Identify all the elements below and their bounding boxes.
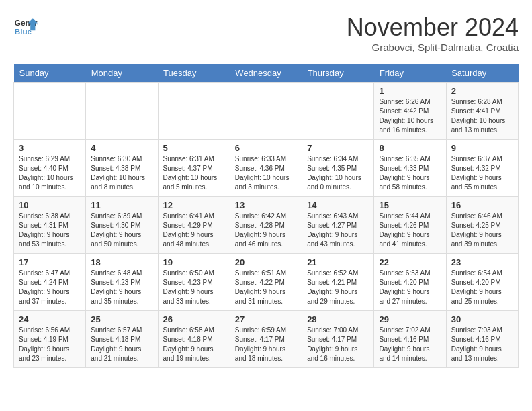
day-number: 28 [307,314,369,324]
day-info: Sunrise: 6:57 AM Sunset: 4:18 PM Dayligh… [91,326,152,363]
weekday-header-thursday: Thursday [302,64,374,83]
day-info: Sunrise: 6:59 AM Sunset: 4:17 PM Dayligh… [235,326,297,363]
calendar-cell: 14Sunrise: 6:43 AM Sunset: 4:27 PM Dayli… [302,197,374,254]
day-number: 7 [307,143,369,153]
day-number: 15 [379,200,441,210]
day-number: 13 [235,200,297,210]
day-info: Sunrise: 6:53 AM Sunset: 4:20 PM Dayligh… [379,269,441,306]
calendar-cell: 12Sunrise: 6:41 AM Sunset: 4:29 PM Dayli… [158,197,230,254]
day-number: 30 [451,314,513,324]
day-info: Sunrise: 6:58 AM Sunset: 4:18 PM Dayligh… [163,326,225,363]
location-subtitle: Grabovci, Split-Dalmatia, Croatia [347,42,519,53]
day-info: Sunrise: 6:46 AM Sunset: 4:25 PM Dayligh… [451,212,513,249]
calendar-table: SundayMondayTuesdayWednesdayThursdayFrid… [13,64,519,368]
day-info: Sunrise: 6:52 AM Sunset: 4:21 PM Dayligh… [307,269,369,306]
weekday-header-saturday: Saturday [446,64,518,83]
day-number: 5 [163,143,225,153]
day-number: 21 [307,257,369,267]
calendar-cell: 1Sunrise: 6:26 AM Sunset: 4:42 PM Daylig… [374,83,446,140]
day-number: 20 [235,257,297,267]
day-number: 17 [19,257,81,267]
calendar-cell: 8Sunrise: 6:35 AM Sunset: 4:33 PM Daylig… [374,140,446,197]
calendar-cell: 15Sunrise: 6:44 AM Sunset: 4:26 PM Dayli… [374,197,446,254]
day-info: Sunrise: 7:00 AM Sunset: 4:17 PM Dayligh… [307,326,369,363]
calendar-cell: 27Sunrise: 6:59 AM Sunset: 4:17 PM Dayli… [230,311,302,368]
svg-text:Blue: Blue [15,27,32,36]
calendar-cell: 28Sunrise: 7:00 AM Sunset: 4:17 PM Dayli… [302,311,374,368]
calendar-cell: 23Sunrise: 6:54 AM Sunset: 4:20 PM Dayli… [446,254,518,311]
day-info: Sunrise: 6:56 AM Sunset: 4:19 PM Dayligh… [19,326,81,363]
day-info: Sunrise: 6:50 AM Sunset: 4:23 PM Dayligh… [163,269,225,306]
day-number: 2 [451,86,513,96]
day-info: Sunrise: 6:34 AM Sunset: 4:35 PM Dayligh… [307,154,369,192]
day-number: 26 [163,314,225,324]
day-info: Sunrise: 6:28 AM Sunset: 4:41 PM Dayligh… [451,97,513,135]
calendar-cell: 9Sunrise: 6:37 AM Sunset: 4:32 PM Daylig… [446,140,518,197]
logo: General Blue [13,13,38,38]
weekday-header-wednesday: Wednesday [230,64,302,83]
day-info: Sunrise: 6:42 AM Sunset: 4:28 PM Dayligh… [235,212,297,249]
calendar-cell: 7Sunrise: 6:34 AM Sunset: 4:35 PM Daylig… [302,140,374,197]
day-info: Sunrise: 6:35 AM Sunset: 4:33 PM Dayligh… [379,154,441,192]
day-info: Sunrise: 6:54 AM Sunset: 4:20 PM Dayligh… [451,269,513,306]
title-block: November 2024 Grabovci, Split-Dalmatia, … [347,13,519,53]
calendar-week-2: 3Sunrise: 6:29 AM Sunset: 4:40 PM Daylig… [14,140,519,197]
day-info: Sunrise: 6:51 AM Sunset: 4:22 PM Dayligh… [235,269,297,306]
page-header: General Blue November 2024 Grabovci, Spl… [13,13,519,53]
day-info: Sunrise: 6:33 AM Sunset: 4:36 PM Dayligh… [235,154,297,192]
day-info: Sunrise: 7:03 AM Sunset: 4:16 PM Dayligh… [451,326,513,363]
day-number: 11 [91,200,152,210]
day-info: Sunrise: 6:47 AM Sunset: 4:24 PM Dayligh… [19,269,81,306]
calendar-cell [230,83,302,140]
day-number: 1 [379,86,441,96]
calendar-cell: 30Sunrise: 7:03 AM Sunset: 4:16 PM Dayli… [446,311,518,368]
day-number: 6 [235,143,297,153]
day-number: 8 [379,143,441,153]
calendar-cell [302,83,374,140]
day-number: 22 [379,257,441,267]
calendar-cell: 6Sunrise: 6:33 AM Sunset: 4:36 PM Daylig… [230,140,302,197]
calendar-cell: 20Sunrise: 6:51 AM Sunset: 4:22 PM Dayli… [230,254,302,311]
calendar-cell: 13Sunrise: 6:42 AM Sunset: 4:28 PM Dayli… [230,197,302,254]
logo-icon: General Blue [13,13,38,38]
calendar-cell [86,83,158,140]
calendar-cell: 4Sunrise: 6:30 AM Sunset: 4:38 PM Daylig… [86,140,158,197]
weekday-header-monday: Monday [86,64,158,83]
day-number: 14 [307,200,369,210]
weekday-header-friday: Friday [374,64,446,83]
day-number: 24 [19,314,81,324]
day-number: 18 [91,257,152,267]
calendar-cell: 16Sunrise: 6:46 AM Sunset: 4:25 PM Dayli… [446,197,518,254]
day-number: 12 [163,200,225,210]
calendar-cell: 21Sunrise: 6:52 AM Sunset: 4:21 PM Dayli… [302,254,374,311]
calendar-cell: 10Sunrise: 6:38 AM Sunset: 4:31 PM Dayli… [14,197,86,254]
day-info: Sunrise: 6:44 AM Sunset: 4:26 PM Dayligh… [379,212,441,249]
day-info: Sunrise: 7:02 AM Sunset: 4:16 PM Dayligh… [379,326,441,363]
calendar-cell: 25Sunrise: 6:57 AM Sunset: 4:18 PM Dayli… [86,311,158,368]
day-info: Sunrise: 6:48 AM Sunset: 4:23 PM Dayligh… [91,269,152,306]
day-info: Sunrise: 6:37 AM Sunset: 4:32 PM Dayligh… [451,154,513,192]
calendar-week-4: 17Sunrise: 6:47 AM Sunset: 4:24 PM Dayli… [14,254,519,311]
day-number: 27 [235,314,297,324]
day-number: 16 [451,200,513,210]
day-number: 23 [451,257,513,267]
day-info: Sunrise: 6:30 AM Sunset: 4:38 PM Dayligh… [91,154,152,192]
day-info: Sunrise: 6:39 AM Sunset: 4:30 PM Dayligh… [91,212,152,249]
day-info: Sunrise: 6:43 AM Sunset: 4:27 PM Dayligh… [307,212,369,249]
calendar-cell: 3Sunrise: 6:29 AM Sunset: 4:40 PM Daylig… [14,140,86,197]
day-number: 3 [19,143,81,153]
weekday-header-sunday: Sunday [14,64,86,83]
day-number: 10 [19,200,81,210]
calendar-cell: 11Sunrise: 6:39 AM Sunset: 4:30 PM Dayli… [86,197,158,254]
calendar-cell [14,83,86,140]
day-number: 19 [163,257,225,267]
calendar-cell: 17Sunrise: 6:47 AM Sunset: 4:24 PM Dayli… [14,254,86,311]
day-number: 29 [379,314,441,324]
calendar-week-1: 1Sunrise: 6:26 AM Sunset: 4:42 PM Daylig… [14,83,519,140]
day-info: Sunrise: 6:29 AM Sunset: 4:40 PM Dayligh… [19,154,81,192]
day-number: 9 [451,143,513,153]
weekday-header-row: SundayMondayTuesdayWednesdayThursdayFrid… [14,64,519,83]
calendar-cell: 22Sunrise: 6:53 AM Sunset: 4:20 PM Dayli… [374,254,446,311]
day-info: Sunrise: 6:31 AM Sunset: 4:37 PM Dayligh… [163,154,225,192]
day-info: Sunrise: 6:38 AM Sunset: 4:31 PM Dayligh… [19,212,81,249]
